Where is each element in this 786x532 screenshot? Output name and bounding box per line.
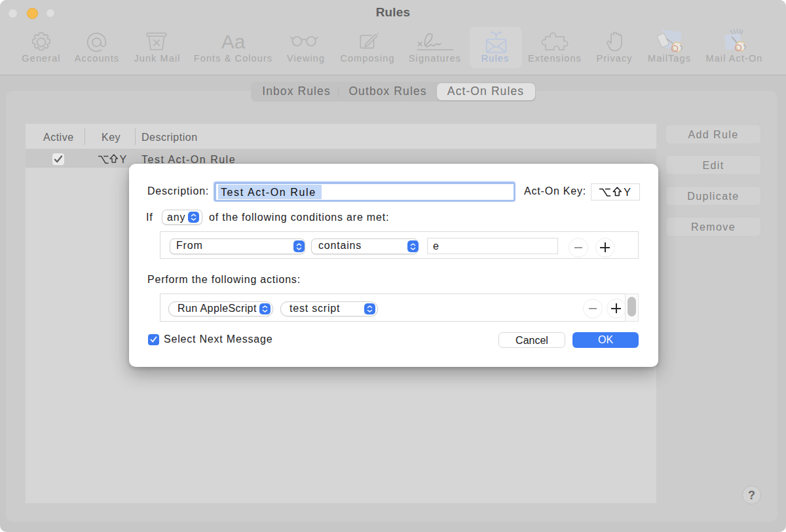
- svg-text:Y: Y: [120, 154, 127, 165]
- svg-text:Y: Y: [624, 186, 631, 198]
